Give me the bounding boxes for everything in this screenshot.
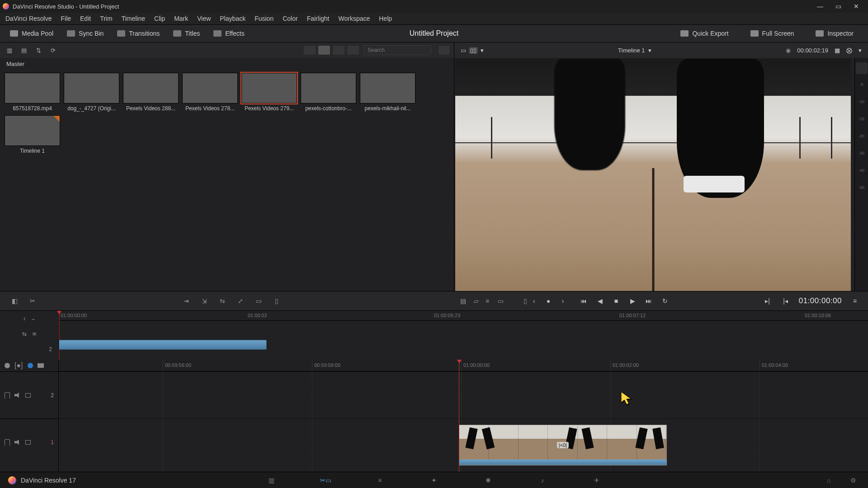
ripple-overwrite-icon[interactable]: ⇆ [216,296,229,306]
menu-workspace[interactable]: Workspace [338,15,370,22]
import-media-icon[interactable]: ▥ [5,45,14,55]
single-viewer-icon[interactable]: ▭ [461,47,466,54]
media-clip[interactable]: pexels-cottonbro-... [301,73,356,112]
track-v2-lane[interactable] [59,371,868,418]
viewer-canvas[interactable] [455,59,851,291]
source-overwrite-icon[interactable]: ▯ [270,296,283,306]
transitions-toggle[interactable]: Transitions [113,28,164,39]
sort-icon[interactable]: ⇅ [33,45,43,55]
track-v1-header[interactable]: 1 [0,418,58,465]
split-clip-icon[interactable]: ✂ [26,296,39,306]
step-back-icon[interactable]: ◀ [595,296,605,306]
inspector-toggle[interactable]: Inspector [811,28,858,39]
next-edit-icon[interactable]: ▸| [763,296,773,306]
media-pool-toggle[interactable]: Media Pool [5,28,58,39]
stop-icon[interactable]: ■ [611,296,621,306]
menu-playback[interactable]: Playback [220,15,245,22]
clip-thumbnail[interactable] [360,73,415,103]
dual-viewer-icon[interactable]: ▯▯ [469,47,478,54]
timeline-dropdown-icon[interactable]: ▾ [648,47,651,54]
clip-color-icon[interactable] [28,363,33,368]
media-clip[interactable]: Timeline 1 [5,115,60,154]
smart-insert-icon[interactable]: ⇥ [180,296,193,306]
jog-left-icon[interactable]: ‹ [529,296,539,306]
close-window-button[interactable]: ✕ [847,1,865,12]
page-deliver-icon[interactable]: ✈ [590,475,604,485]
menu-mark[interactable]: Mark [174,15,188,22]
boring-detector-icon[interactable]: ◧ [8,296,21,306]
go-first-frame-icon[interactable]: ⏮ [579,296,589,306]
thumbnail-view-icon[interactable] [318,46,330,55]
track-sync-icon[interactable]: ⇆ [22,331,27,337]
timeline-ruler[interactable]: 00:59:56:00 00:59:58:00 01:00:00:00 01:0… [59,360,868,371]
timeline-mode-b-icon[interactable]: ⫠ [31,315,36,322]
timeline-name-label[interactable]: Timeline 1 [618,47,645,54]
track-v2-header[interactable]: 2 [0,371,58,418]
maximize-button[interactable]: ▭ [829,1,847,12]
clip-thumb-icon[interactable] [38,363,44,368]
timeline-body[interactable]: 00:59:56:00 00:59:58:00 01:00:00:00 01:0… [59,360,868,472]
edit-tool-icon[interactable] [5,363,10,368]
media-clip[interactable]: pexels-mikhail-nil... [360,73,415,112]
lock-icon[interactable] [5,392,10,399]
menu-fusion[interactable]: Fusion [255,15,274,22]
safe-area-icon[interactable]: ▦ [835,47,840,54]
clip-thumbnail[interactable] [5,115,60,146]
timeline-playhead[interactable] [459,360,459,472]
clip-audio-strip[interactable] [459,460,666,465]
track-audio-icon[interactable]: ≋ [32,331,37,337]
prev-edit-icon[interactable]: |◂ [781,296,791,306]
menu-timeline[interactable]: Timeline [122,15,145,22]
loop-icon[interactable]: ↻ [660,296,670,306]
append-icon[interactable]: ⇲ [198,296,211,306]
media-clip[interactable]: Pexels Videos 278... [182,73,238,112]
sync-bin-toggle[interactable]: Sync Bin [62,28,108,39]
page-fairlight-icon[interactable]: ♪ [536,475,549,485]
clip-thumbnail[interactable] [64,73,119,103]
go-last-frame-icon[interactable]: ⏭ [644,296,654,306]
menu-file[interactable]: File [61,15,71,22]
metadata-view-icon[interactable] [304,46,316,55]
page-cut-icon[interactable]: ✂▭ [319,475,332,485]
media-clip[interactable]: Pexels Videos 288... [123,73,179,112]
quick-export-button[interactable]: Quick Export [676,28,733,39]
clip-thumbnail[interactable] [241,73,297,103]
timeline-mode-a-icon[interactable]: ⫞ [23,315,25,322]
home-icon[interactable]: ⌂ [822,475,835,485]
menu-edit[interactable]: Edit [80,15,91,22]
page-edit-icon[interactable]: ≡ [373,475,387,485]
close-up-icon[interactable]: ⤢ [234,296,247,306]
viewer-options-icon[interactable]: ▾ [481,47,484,54]
marker-tool-icon[interactable]: [●] [14,361,23,370]
clip-thumbnail[interactable] [5,73,60,103]
scopes-dropdown-icon[interactable]: ▾ [859,47,862,54]
media-clip[interactable]: 657518728.mp4 [5,73,60,112]
timeline-options-icon[interactable]: ≡ [850,296,860,306]
bypass-color-icon[interactable]: ⨂ [846,47,852,54]
filter-icon[interactable] [439,46,449,55]
speaker-icon[interactable] [14,440,21,445]
menu-davinci-resolve[interactable]: DaVinci Resolve [5,15,52,22]
clip-thumbnail[interactable] [182,73,238,103]
project-settings-icon[interactable]: ⚙ [846,475,860,485]
menu-color[interactable]: Color [283,15,297,22]
media-clip[interactable]: dog_-_4727 (Origi... [64,73,119,112]
page-fusion-icon[interactable]: ✦ [427,475,441,485]
speaker-icon[interactable] [14,393,21,398]
effects-toggle[interactable]: Effects [209,28,249,39]
mini-timeline-ruler[interactable]: 01:00:00:00 01:00:02 01:00:05:23 01:00:0… [59,311,868,321]
timeline-clip[interactable]: |<0| [459,425,667,465]
video-enable-icon[interactable] [25,393,31,398]
sliders-icon[interactable]: ≡ [481,296,494,306]
speaker-mute-icon[interactable] [856,62,868,74]
mini-timeline-clip[interactable] [59,340,267,350]
clip-thumbnail[interactable] [123,73,179,103]
strip-view-icon[interactable] [333,46,344,55]
full-screen-button[interactable]: Full Screen [746,28,799,39]
place-on-top-icon[interactable]: ▭ [252,296,265,306]
refresh-icon[interactable]: ⟳ [48,45,58,55]
minimize-button[interactable]: — [811,1,829,12]
menu-fairlight[interactable]: Fairlight [307,15,330,22]
page-media-icon[interactable]: ▥ [264,475,278,485]
clip-thumbnail[interactable] [301,73,356,103]
